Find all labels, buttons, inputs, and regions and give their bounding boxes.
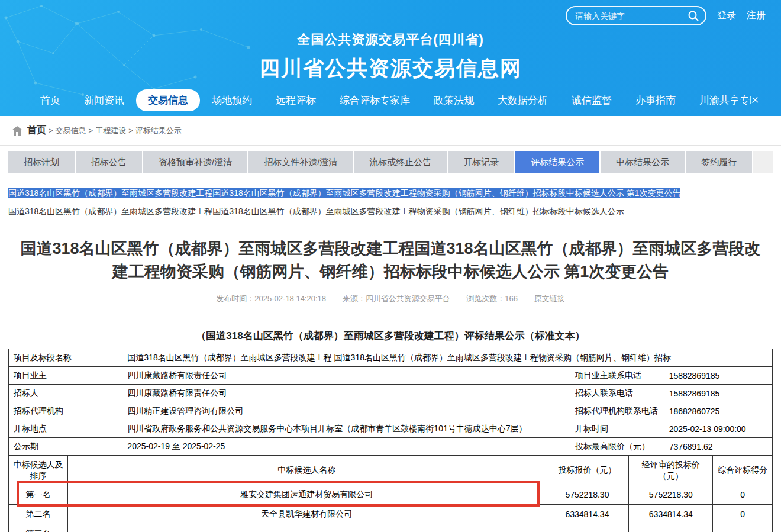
listing-item[interactable]: 国道318名山区黑竹（成都界）至雨城区多营段改建工程国道318名山区黑竹（成都界… — [8, 207, 773, 217]
detail-label: 招标人联系电话 — [570, 385, 664, 402]
reviewed-price-cell — [629, 524, 713, 532]
table-row: 第二名 天全县凯华建材有限公司 6334814.34 6334814.34 0 — [9, 505, 773, 524]
tab-award-result[interactable]: 中标结果公示 — [601, 151, 685, 173]
nav-item-news[interactable]: 新闻资讯 — [72, 89, 136, 111]
listing-item-selected[interactable]: 国道318名山区黑竹（成都界）至雨城区多营段改建工程国道318名山区黑竹（成都界… — [8, 188, 773, 198]
detail-label: 开标地点 — [9, 420, 122, 438]
home-icon — [12, 126, 22, 136]
detail-label: 开标时间 — [570, 420, 664, 438]
nav-item-big-data[interactable]: 大数据分析 — [486, 89, 560, 111]
detail-label: 招标代理机构 — [9, 402, 122, 420]
nav-item-remote-evaluation[interactable]: 远程评标 — [264, 89, 328, 111]
table-row: 项目及标段名称 国道318名山区黑竹（成都界）至雨城区多营段改建工程 国道318… — [9, 349, 773, 367]
candidate-name-cell: 雅安交建集团运通建材贸易有限公司 — [68, 485, 546, 505]
breadcrumb-separator: > — [128, 126, 133, 135]
score-cell — [713, 524, 773, 532]
detail-value: 18682860725 — [664, 402, 772, 420]
listing-item-selected-text: 国道318名山区黑竹（成都界）至雨城区多营段改建工程国道318名山区黑竹（成都界… — [8, 188, 680, 198]
source-label: 来源： — [343, 294, 366, 303]
rank-cell: 第二名 — [9, 505, 68, 524]
table-row: 招标代理机构 四川精正建设管理咨询有限公司 招标代理机构联系电话 1868286… — [9, 402, 773, 420]
nav-item-venue-booking[interactable]: 场地预约 — [200, 89, 264, 111]
table-row: 公示期 2025-02-19 至 2025-02-25 投标最高限价（元） 73… — [9, 438, 773, 456]
col-header-rank: 中标候选人及排序 — [9, 456, 68, 485]
detail-label: 招标代理机构联系电话 — [570, 402, 664, 420]
detail-value: 2025-02-13 09:00:00 — [664, 420, 772, 438]
search-box[interactable] — [566, 6, 706, 25]
site-title-main: 四川省公共资源交易信息网 — [0, 54, 781, 82]
views-label: 浏览次数： — [466, 294, 505, 303]
detail-label: 项目及标段名称 — [9, 349, 122, 367]
original-link[interactable]: 原文链接 — [534, 294, 565, 303]
search-input[interactable] — [575, 11, 688, 21]
candidates-table-wrap: 中标候选人及排序 中标候选人名称 投标报价（元） 经评审的投标价（元） 综合评标… — [0, 455, 781, 532]
page-title: 国道318名山区黑竹（成都界）至雨城区多营段改建工程国道318名山区黑竹（成都界… — [15, 237, 766, 283]
detail-label: 项目业主联系电话 — [570, 367, 664, 385]
candidate-name-cell — [68, 524, 546, 532]
col-header-score: 综合评标得分 — [713, 456, 773, 485]
col-header-bid-price: 投标报价（元） — [546, 456, 629, 485]
score-cell: 0 — [713, 485, 773, 505]
table-row: 项目业主 四川康藏路桥有限责任公司 项目业主联系电话 15882869185 — [9, 367, 773, 385]
nav-item-expert-pool[interactable]: 综合评标专家库 — [328, 89, 422, 111]
bid-price-cell: 5752218.30 — [546, 485, 629, 505]
table-row: 开标地点 四川省政府政务服务和公共资源交易服务中心本项目开标室（成都市青羊区鼓楼… — [9, 420, 773, 438]
tab-prequalification-addendum[interactable]: 资格预审补遗/澄清 — [143, 151, 247, 173]
tab-strip: 招标计划 招标公告 资格预审补遗/澄清 招标文件补遗/澄清 流标或终止公告 开标… — [8, 151, 773, 173]
col-header-candidate-name: 中标候选人名称 — [68, 456, 546, 485]
publish-time-label: 发布时间： — [216, 294, 254, 303]
nav-item-policies[interactable]: 政策法规 — [422, 89, 486, 111]
breadcrumb-evaluation-result[interactable]: 评标结果公示 — [135, 125, 182, 136]
breadcrumb-separator: > — [49, 126, 53, 135]
nav-item-guide[interactable]: 办事指南 — [624, 89, 688, 111]
col-header-reviewed-price: 经评审的投标价（元） — [629, 456, 713, 485]
detail-value: 四川省政府政务服务和公共资源交易服务中心本项目开标室（成都市青羊区鼓楼南街101… — [122, 420, 570, 438]
breadcrumb-engineering[interactable]: 工程建设 — [95, 125, 126, 136]
detail-label: 投标最高限价（元） — [570, 438, 664, 456]
tab-contract-performance[interactable]: 签约履行 — [686, 151, 752, 173]
candidate-name-cell: 天全县凯华建材有限公司 — [68, 505, 546, 524]
views-value: 166 — [505, 294, 518, 303]
bid-price-cell: 6334814.34 — [546, 505, 629, 524]
tab-bidding-announcement[interactable]: 招标公告 — [76, 151, 142, 173]
detail-value: 15882869185 — [664, 367, 772, 385]
table-row: 第三名 — [9, 524, 773, 532]
detail-label: 招标人 — [9, 385, 122, 402]
table-header-row: 中标候选人及排序 中标候选人名称 投标报价（元） 经评审的投标价（元） 综合评标… — [9, 456, 773, 485]
breadcrumb: 首页 > 交易信息 > 工程建设 > 评标结果公示 — [0, 116, 781, 146]
detail-label: 公示期 — [9, 438, 122, 456]
tab-failed-or-terminated[interactable]: 流标或终止公告 — [354, 151, 447, 173]
table-row: 招标人 四川康藏路桥有限责任公司 招标人联系电话 15882869185 — [9, 385, 773, 402]
breadcrumb-home[interactable]: 首页 — [27, 124, 46, 137]
rank-cell: 第三名 — [9, 524, 68, 532]
detail-value: 四川精正建设管理咨询有限公司 — [122, 402, 570, 420]
tab-evaluation-result[interactable]: 评标结果公示 — [515, 151, 599, 173]
tab-strip-filler — [753, 151, 773, 173]
login-link[interactable]: 登录 — [717, 9, 736, 22]
publish-time-value: 2025-02-18 14:20:18 — [254, 294, 326, 303]
nav-item-chuanyu-zone[interactable]: 川渝共享专区 — [688, 89, 772, 111]
notice-section-title: （国道318名山区黑竹（成都界）至雨城区多营段改建工程）评标结果公示（标准文本） — [0, 329, 781, 343]
site-title-top: 全国公共资源交易平台(四川省) — [0, 31, 781, 49]
nav-item-trade-info[interactable]: 交易信息 — [136, 89, 200, 111]
breadcrumb-separator: > — [89, 126, 93, 135]
nav-item-integrity[interactable]: 诚信监督 — [560, 89, 624, 111]
nav-item-home[interactable]: 首页 — [28, 89, 72, 111]
detail-value: 7376891.62 — [664, 438, 772, 456]
bid-price-cell — [546, 524, 629, 532]
tab-bidding-plan[interactable]: 招标计划 — [8, 151, 75, 173]
source-value: 四川省公共资源交易平台 — [366, 294, 450, 303]
score-cell: 0 — [713, 505, 773, 524]
rank-cell: 第一名 — [9, 485, 68, 505]
search-icon[interactable] — [688, 10, 699, 22]
reviewed-price-cell: 5752218.30 — [629, 485, 713, 505]
site-header: 登录 注册 全国公共资源交易平台(四川省) 四川省公共资源交易信息网 首页 新闻… — [0, 0, 781, 116]
breadcrumb-trade-info[interactable]: 交易信息 — [56, 125, 86, 136]
tab-document-addendum[interactable]: 招标文件补遗/澄清 — [248, 151, 353, 173]
tab-opening-record[interactable]: 开标记录 — [448, 151, 514, 173]
page: 登录 注册 全国公共资源交易平台(四川省) 四川省公共资源交易信息网 首页 新闻… — [0, 0, 781, 532]
project-details-table: 项目及标段名称 国道318名山区黑竹（成都界）至雨城区多营段改建工程 国道318… — [8, 349, 773, 456]
article-meta: 发布时间：2025-02-18 14:20:18 来源：四川省公共资源交易平台 … — [0, 294, 781, 304]
site-titles: 全国公共资源交易平台(四川省) 四川省公共资源交易信息网 — [0, 31, 781, 82]
register-link[interactable]: 注册 — [747, 9, 766, 22]
